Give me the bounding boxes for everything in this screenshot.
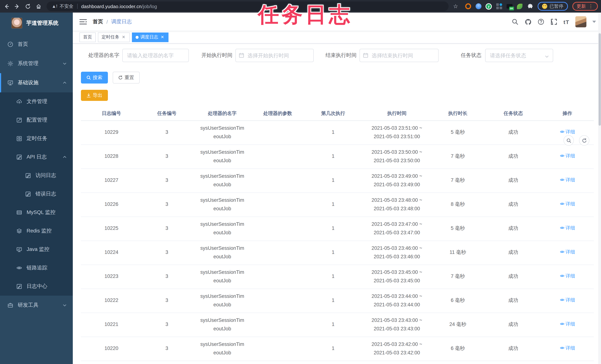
detail-link[interactable]: 详细 — [560, 344, 575, 352]
log-edit-icon — [25, 191, 31, 197]
breadcrumb-home[interactable]: 首页 — [93, 18, 103, 25]
sidebar-item-system-management[interactable]: 系统管理 — [0, 54, 73, 73]
detail-link[interactable]: 详细 — [560, 128, 575, 136]
sidebar-item-home[interactable]: 首页 — [0, 35, 73, 54]
browser-home-button[interactable] — [34, 2, 43, 11]
user-avatar[interactable] — [575, 16, 586, 27]
close-icon[interactable]: ✕ — [121, 35, 126, 40]
duration-cell-text: 5 毫秒 — [431, 224, 484, 233]
reset-button[interactable]: 重置 — [113, 72, 140, 83]
handler-name-cell-text: sysUserSessionTim — [193, 316, 251, 325]
handler-name-cell-text: sysUserSessionTim — [193, 172, 251, 181]
green-y-extension-icon[interactable]: y — [486, 3, 492, 10]
handler-name-cell: sysUserSessionTimeoutJob — [192, 217, 253, 241]
col-handler-name: 处理器的名字 — [192, 107, 253, 121]
close-icon[interactable]: ✕ — [160, 35, 165, 40]
active-dot — [136, 36, 139, 39]
handler-name-input[interactable] — [122, 49, 189, 62]
sidebar-item-trace[interactable]: 链路追踪 — [0, 259, 73, 277]
export-button[interactable]: 导出 — [81, 90, 108, 101]
start-time-input[interactable] — [235, 49, 314, 62]
task-id-cell: 3 — [142, 121, 192, 144]
refresh-icon[interactable] — [579, 135, 589, 146]
toggle-search-icon[interactable] — [563, 135, 574, 146]
chevron-up-icon — [62, 155, 67, 159]
tag-job-log-active[interactable]: 调度日志 ✕ — [132, 32, 169, 42]
sidebar-item-file-management[interactable]: 文件管理 — [0, 92, 73, 111]
task-status-select[interactable]: 请选择任务状态 — [485, 49, 553, 62]
detail-link-label: 详细 — [566, 128, 575, 136]
execute-time-cell: 2021-05-03 23:45:00 ~2021-05-03 23:45:00 — [364, 265, 430, 289]
detail-link[interactable]: 详细 — [560, 272, 575, 280]
sidebar-item-log-center[interactable]: 日志中心 — [0, 277, 73, 296]
on-badge-extension-icon[interactable]: on — [506, 3, 512, 10]
browser-back-button[interactable] — [2, 2, 11, 11]
sidebar-item-label: 日志中心 — [27, 283, 47, 290]
handler-name-cell-text: sysUserSessionTim — [193, 196, 251, 204]
app-title: 芋道管理系统 — [26, 20, 58, 26]
search-icon[interactable] — [512, 18, 519, 25]
execute-index-cell: 1 — [303, 337, 364, 361]
sidebar-item-label: 配置管理 — [27, 117, 47, 123]
eye-icon — [560, 153, 564, 158]
sidebar-item-access-log[interactable]: 访问日志 — [0, 166, 73, 185]
col-actions: 操作 — [541, 107, 594, 121]
detail-link[interactable]: 详细 — [560, 296, 575, 304]
duration-cell: 5 毫秒 — [430, 121, 486, 144]
app-logo[interactable]: 芋道管理系统 — [0, 13, 73, 33]
col-log-id: 日志编号 — [81, 107, 142, 121]
tag-scheduled-tasks[interactable]: 定时任务 ✕ — [98, 32, 130, 42]
hamburger-icon[interactable] — [80, 19, 87, 25]
handler-name-cell-text: eoutJob — [193, 253, 251, 261]
menu-dots-icon[interactable]: ⋮ — [588, 4, 593, 8]
browser-reload-button[interactable] — [23, 2, 32, 11]
puzzle-extensions-icon[interactable] — [527, 3, 533, 10]
grid-extension-icon[interactable] — [496, 3, 502, 10]
fullscreen-icon[interactable] — [551, 18, 558, 25]
execute-index-cell-text: 1 — [304, 128, 362, 137]
detail-link[interactable]: 详细 — [560, 248, 575, 256]
sidebar-item-config-management[interactable]: 配置管理 — [0, 111, 73, 129]
sidebar-item-api-log[interactable]: API 日志 — [0, 148, 73, 166]
detail-link[interactable]: 详细 — [560, 224, 575, 232]
github-icon[interactable] — [525, 18, 532, 25]
blue-bulb-extension-icon[interactable] — [475, 3, 481, 10]
orange-ring-extension-icon[interactable] — [465, 3, 471, 10]
help-icon[interactable] — [538, 18, 545, 25]
detail-link[interactable]: 详细 — [560, 152, 575, 160]
scrollbar-thumb[interactable] — [599, 33, 601, 126]
sidebar-item-scheduled-tasks[interactable]: 定时任务 — [0, 129, 73, 148]
sidebar-item-mysql-monitor[interactable]: MySQL 监控 — [0, 203, 73, 222]
green-leaf-extension-icon[interactable] — [517, 3, 523, 10]
log-id-cell-text: 10221 — [82, 321, 140, 329]
handler-param-cell — [253, 217, 303, 241]
execute-index-cell-text: 1 — [304, 321, 362, 329]
sidebar-item-redis-monitor[interactable]: Redis 监控 — [0, 222, 73, 240]
table-row: 102293sysUserSessionTimeoutJob12021-05-0… — [81, 121, 594, 144]
sidebar-item-dev-tools[interactable]: 研发工具 — [0, 296, 73, 315]
end-time-input[interactable] — [360, 49, 439, 62]
tag-home[interactable]: 首页 — [80, 32, 96, 42]
col-status: 任务状态 — [486, 107, 541, 121]
sidebar-item-error-log[interactable]: 错误日志 — [0, 185, 73, 203]
update-pill[interactable]: 更新 ⋮ — [572, 2, 598, 11]
col-duration: 执行时长 — [430, 107, 486, 121]
execute-index-cell-text: 1 — [304, 152, 362, 161]
font-size-icon[interactable]: tT — [563, 19, 569, 25]
execute-time-cell-text: 2021-05-03 23:44:00 ~ — [365, 292, 429, 301]
detail-link[interactable]: 详细 — [560, 320, 575, 328]
paused-pill[interactable]: 已暂停 — [538, 2, 568, 11]
tag-label: 首页 — [83, 34, 92, 40]
status-cell: 成功 — [486, 289, 541, 313]
detail-link[interactable]: 详细 — [560, 176, 575, 184]
caret-down-icon[interactable] — [592, 21, 596, 23]
sidebar-item-java-monitor[interactable]: Java 监控 — [0, 240, 73, 259]
url-bar[interactable]: ▲! 不安全 dashboard.yudao.iocoder.cn /job/l… — [47, 1, 449, 11]
sidebar-item-infrastructure[interactable]: 基础设施 — [0, 73, 73, 92]
bookmark-star-icon[interactable]: ☆ — [451, 3, 460, 10]
detail-link[interactable]: 详细 — [560, 200, 575, 208]
browser-forward-button[interactable] — [13, 2, 21, 11]
execute-index-cell-text: 1 — [304, 201, 362, 209]
task-id-cell: 3 — [142, 313, 192, 337]
search-button[interactable]: 搜索 — [81, 72, 108, 83]
